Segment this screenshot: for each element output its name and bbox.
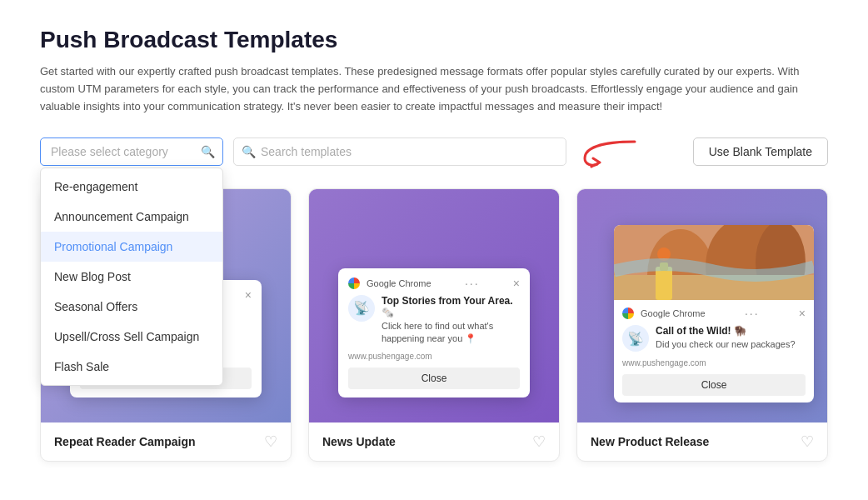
- notif-body-2: 📡 Top Stories from Your Area. 🗞️ Click h…: [348, 295, 520, 346]
- card-footer-2: News Update ♡: [309, 422, 559, 461]
- notif-body-3: 📡 Call of the Wild! 🦬 Did you check our …: [622, 325, 806, 352]
- arrow-indicator: [576, 135, 643, 168]
- card-visual-3: Google Chrome ··· × 📡 Call of the Wild! …: [577, 189, 827, 422]
- use-blank-template-button[interactable]: Use Blank Template: [693, 138, 828, 166]
- card-visual-2: Google Chrome ··· × 📡 Top Stories from Y…: [309, 189, 559, 422]
- card-footer-1: Repeat Reader Campaign ♡: [41, 422, 291, 461]
- card-label-2: News Update: [322, 435, 396, 448]
- notif-browser-2: Google Chrome: [348, 278, 432, 289]
- dropdown-item-upsell[interactable]: Upsell/Cross Sell Campaign: [41, 322, 222, 352]
- notif-popup-3: Google Chrome ··· × 📡 Call of the Wild! …: [614, 225, 814, 402]
- notif-popup-3-body: Google Chrome ··· × 📡 Call of the Wild! …: [614, 300, 814, 402]
- notif-header-2: Google Chrome ··· ×: [348, 277, 520, 290]
- notif-img-3: [614, 225, 814, 300]
- notif-close-x-3[interactable]: ×: [799, 307, 806, 320]
- card-footer-3: New Product Release ♡: [577, 422, 827, 461]
- arrow-svg: [576, 135, 643, 168]
- chrome-icon-2: [348, 278, 360, 289]
- dropdown-item-flashsale[interactable]: Flash Sale: [41, 352, 222, 382]
- notif-browser-3: Google Chrome: [622, 308, 706, 319]
- heart-icon-1[interactable]: ♡: [264, 432, 277, 451]
- notif-close-btn-3[interactable]: Close: [622, 374, 806, 396]
- notif-icon-3: 📡: [622, 325, 649, 352]
- notif-popup-3-header: Google Chrome ··· ×: [622, 307, 806, 320]
- notif-close-x-1[interactable]: ×: [245, 288, 252, 302]
- notif-content-3: Call of the Wild! 🦬 Did you check our ne…: [656, 325, 806, 351]
- notif-close-btn-2[interactable]: Close: [348, 368, 520, 389]
- chrome-icon-3: [622, 308, 634, 319]
- notif-icon-2: 📡: [348, 295, 375, 322]
- card-new-product: Google Chrome ··· × 📡 Call of the Wild! …: [576, 188, 828, 462]
- notif-content-2: Top Stories from Your Area. 🗞️ Click her…: [382, 295, 520, 346]
- dropdown-item-announcement[interactable]: Announcement Campaign: [41, 202, 222, 232]
- notif-title-3: Call of the Wild! 🦬: [656, 325, 806, 337]
- toolbar: 🔍 Re-engagement Announcement Campaign Pr…: [40, 135, 828, 168]
- category-input[interactable]: [51, 145, 192, 158]
- category-dropdown: Re-engagement Announcement Campaign Prom…: [40, 168, 223, 386]
- card-label-3: New Product Release: [591, 435, 709, 448]
- search-input[interactable]: [233, 138, 566, 166]
- notif-title-2: Top Stories from Your Area. 🗞️: [382, 295, 520, 318]
- heart-icon-2[interactable]: ♡: [532, 432, 546, 451]
- notif-text-2: Click here to find out what's happening …: [382, 320, 520, 346]
- dropdown-item-blogpost[interactable]: New Blog Post: [41, 262, 222, 292]
- category-select-wrapper: 🔍 Re-engagement Announcement Campaign Pr…: [40, 138, 223, 166]
- category-select[interactable]: [40, 138, 223, 166]
- dropdown-item-reengagement[interactable]: Re-engagement: [41, 172, 222, 202]
- dropdown-item-promotional[interactable]: Promotional Campaign: [41, 232, 222, 262]
- search-wrapper: 🔍: [233, 138, 566, 166]
- notif-url-2: www.pushengage.com: [348, 352, 520, 361]
- notif-url-3: www.pushengage.com: [622, 358, 806, 368]
- notif-dots-2: ···: [465, 277, 480, 290]
- notif-dots-3: ···: [745, 307, 760, 320]
- dropdown-item-seasonal[interactable]: Seasonal Offers: [41, 292, 222, 322]
- page-description: Get started with our expertly crafted pu…: [40, 63, 828, 115]
- card-label-1: Repeat Reader Campaign: [54, 435, 196, 448]
- page-title: Push Broadcast Templates: [40, 27, 828, 53]
- notif-text-3: Did you check our new packages?: [656, 338, 806, 351]
- card-news-update: Google Chrome ··· × 📡 Top Stories from Y…: [308, 188, 560, 462]
- notif-close-x-2[interactable]: ×: [513, 277, 520, 290]
- page-container: Push Broadcast Templates Get started wit…: [0, 0, 868, 500]
- heart-icon-3[interactable]: ♡: [801, 432, 814, 451]
- notif-popup-2: Google Chrome ··· × 📡 Top Stories from Y…: [338, 268, 530, 398]
